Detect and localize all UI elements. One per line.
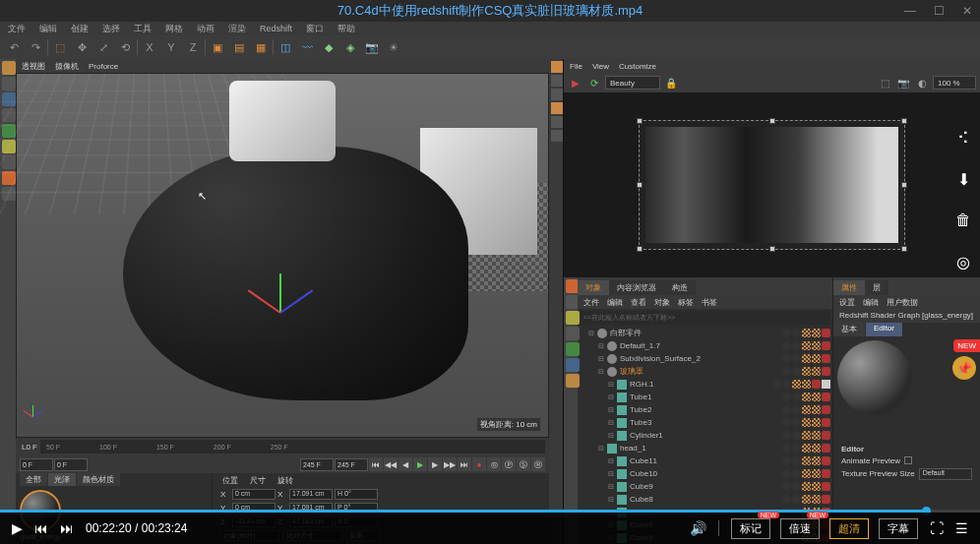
- key-r-icon[interactable]: Ⓡ: [531, 457, 545, 471]
- viewport-tab-pro[interactable]: Proforce: [89, 62, 118, 71]
- mid-tool-4[interactable]: [551, 102, 563, 114]
- main-toolbar[interactable]: ↶ ↷ ⬚ ✥ ⤢ ⟲ X Y Z ▣ ▤ ▦ ◫ 〰 ◆ ◈ 📷 ☀: [0, 35, 980, 59]
- tree-row[interactable]: ⊟Tube3: [578, 416, 832, 429]
- rv-snapshot-icon[interactable]: 📷: [895, 75, 911, 91]
- next-button[interactable]: ⏭: [60, 520, 74, 536]
- tab-struct[interactable]: 构造: [664, 280, 696, 295]
- x-axis-icon[interactable]: X: [140, 37, 159, 57]
- tree-row[interactable]: ⊟白部零件: [578, 327, 832, 339]
- frame-start-field[interactable]: 0 F: [20, 458, 53, 471]
- mid-tool-2[interactable]: [551, 75, 563, 87]
- tree-row[interactable]: ⊟Tube1: [578, 391, 832, 403]
- mat-tab-color[interactable]: 颜色材质: [77, 473, 120, 486]
- obj-tool-strip[interactable]: [564, 277, 578, 544]
- play-icon[interactable]: ▶: [413, 457, 427, 471]
- tab-objects[interactable]: 对象: [578, 280, 609, 295]
- key-p-icon[interactable]: Ⓟ: [502, 457, 516, 471]
- maximize-button[interactable]: ☐: [934, 4, 945, 18]
- tree-row[interactable]: ⊟Cylinder1: [578, 429, 832, 442]
- download-icon[interactable]: ⬇: [953, 169, 973, 189]
- autokey-icon[interactable]: ◎: [487, 457, 501, 471]
- h-rot-field[interactable]: H 0°: [335, 489, 378, 500]
- region-handle-t[interactable]: [769, 118, 775, 124]
- quality-button[interactable]: 超清: [829, 518, 869, 539]
- timeline-ruler[interactable]: L0 F 50 F 100 F 150 F 200 F 250 F: [16, 438, 549, 455]
- object-search-field[interactable]: <<在此输入名称或者方下标>>: [580, 311, 830, 325]
- rotate-tool-icon[interactable]: ⟲: [115, 37, 135, 57]
- scale-tool-icon[interactable]: ⤢: [93, 37, 113, 57]
- region-handle-b[interactable]: [769, 246, 775, 252]
- x-size-field[interactable]: 17.091 cm: [289, 489, 333, 500]
- tex-preview-dropdown[interactable]: Default: [919, 468, 972, 480]
- rv-crop-icon[interactable]: ⬚: [877, 75, 892, 91]
- speed-button[interactable]: 倍速 NEW: [780, 518, 820, 539]
- tree-row[interactable]: ⊟Cube10: [578, 467, 832, 480]
- tree-row[interactable]: ⊟RGH.1: [578, 378, 832, 391]
- next-frame-icon[interactable]: ▶: [428, 457, 442, 471]
- move-tool-icon[interactable]: ✥: [72, 37, 92, 57]
- tree-row[interactable]: ⊟Cube8: [578, 493, 832, 506]
- tab-content[interactable]: 内容浏览器: [609, 280, 664, 295]
- region-handle-br[interactable]: [901, 246, 907, 252]
- prev-key-icon[interactable]: ◀◀: [384, 457, 398, 471]
- minimize-button[interactable]: —: [904, 4, 916, 18]
- viewport-tab-persp[interactable]: 透视图: [22, 61, 45, 72]
- rv-render-icon[interactable]: ▶: [568, 75, 583, 91]
- coord-tab-size[interactable]: 尺寸: [250, 475, 266, 486]
- y-axis-icon[interactable]: Y: [161, 37, 181, 57]
- render-view[interactable]: [564, 92, 980, 277]
- attr-preview-sphere[interactable]: [837, 340, 912, 415]
- frame-end-field[interactable]: 245 F: [300, 458, 334, 471]
- renderview-menu[interactable]: File View Customize: [564, 59, 980, 73]
- light-icon[interactable]: ☀: [384, 37, 403, 57]
- mat-tab-all[interactable]: 全部: [20, 473, 47, 486]
- redo-icon[interactable]: ↷: [26, 37, 45, 57]
- mid-tool-strip[interactable]: [549, 59, 563, 544]
- playlist-icon[interactable]: ☰: [955, 520, 968, 536]
- goto-end-icon[interactable]: ⏭: [458, 457, 471, 471]
- render-region[interactable]: [639, 120, 905, 250]
- z-axis-icon[interactable]: Z: [183, 37, 203, 57]
- select-tool-icon[interactable]: ⬚: [50, 37, 70, 57]
- mid-tool-3[interactable]: [551, 89, 563, 100]
- region-handle-tl[interactable]: [637, 118, 643, 124]
- share-icon[interactable]: ⠪: [953, 128, 973, 148]
- render-icon[interactable]: ▣: [208, 37, 227, 57]
- region-handle-l[interactable]: [637, 182, 643, 188]
- goto-start-icon[interactable]: ⏮: [369, 457, 383, 471]
- next-key-icon[interactable]: ▶▶: [443, 457, 457, 471]
- key-s-icon[interactable]: Ⓢ: [517, 457, 530, 471]
- mid-tool-1[interactable]: [551, 61, 563, 73]
- generator-icon[interactable]: ◆: [319, 37, 338, 57]
- deformer-icon[interactable]: ◈: [340, 37, 360, 57]
- attr-tab-editor[interactable]: Editor: [866, 323, 902, 336]
- x-pos-field[interactable]: 0 cm: [232, 489, 276, 500]
- coord-tab-pos[interactable]: 位置: [222, 475, 238, 486]
- rv-lock-icon[interactable]: 🔒: [663, 75, 679, 91]
- delete-icon[interactable]: 🗑: [953, 211, 973, 230]
- tree-row[interactable]: ⊟玻璃罩: [578, 365, 832, 378]
- marks-button[interactable]: 标记 NEW: [731, 518, 770, 539]
- spline-icon[interactable]: 〰: [297, 37, 317, 57]
- frame-current-field[interactable]: 0 F: [54, 458, 88, 471]
- camera-icon[interactable]: 📷: [362, 37, 382, 57]
- play-pause-button[interactable]: ▶: [12, 520, 23, 536]
- volume-icon[interactable]: 🔊: [690, 520, 706, 536]
- render-settings-icon[interactable]: ▤: [229, 37, 249, 57]
- prev-frame-icon[interactable]: ◀: [398, 457, 412, 471]
- frame-end-field-2[interactable]: 245 F: [335, 458, 368, 471]
- animate-preview-checkbox[interactable]: [904, 456, 912, 464]
- tab-layer[interactable]: 层: [865, 280, 888, 295]
- render-view-icon[interactable]: ▦: [251, 37, 271, 57]
- tree-row[interactable]: ⊟Cube9: [578, 480, 832, 493]
- main-menu-bar[interactable]: 文件编辑创建选择工具网格动画渲染Redshift窗口帮助: [0, 22, 980, 35]
- settings-icon[interactable]: ◎: [953, 252, 973, 272]
- tree-row[interactable]: ⊟Subdivision_Surface_2: [578, 352, 832, 365]
- tree-row[interactable]: ⊟Cube11: [578, 454, 832, 467]
- rv-aov-dropdown[interactable]: Beauty: [605, 76, 660, 90]
- close-button[interactable]: ✕: [962, 4, 972, 18]
- rv-ipr-icon[interactable]: ⟳: [586, 75, 602, 91]
- coord-tab-rot[interactable]: 旋转: [277, 475, 293, 486]
- mid-tool-6[interactable]: [551, 130, 563, 142]
- rv-channel-icon[interactable]: ◐: [914, 75, 930, 91]
